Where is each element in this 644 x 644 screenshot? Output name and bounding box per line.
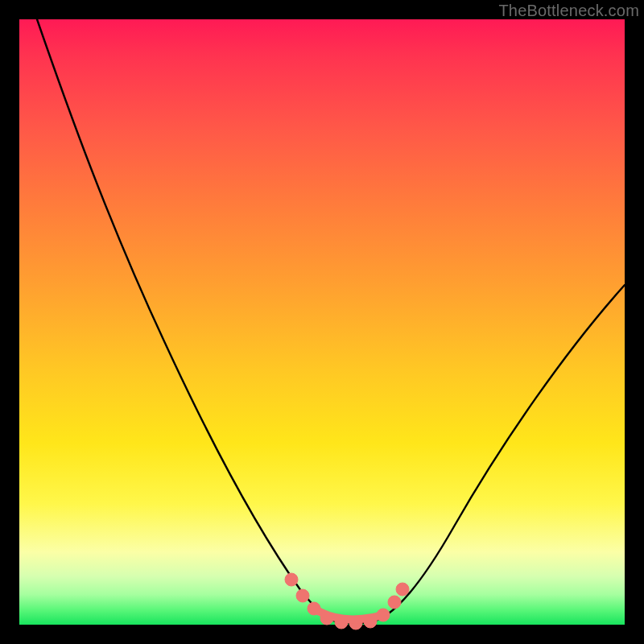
svg-point-9: [396, 583, 409, 596]
svg-point-0: [285, 573, 298, 586]
chart-svg: [19, 19, 625, 625]
svg-point-1: [296, 589, 309, 602]
svg-point-8: [388, 596, 401, 609]
highlight-dots: [285, 573, 409, 630]
bottleneck-curve: [37, 19, 625, 624]
watermark-text: TheBottleneck.com: [498, 2, 639, 20]
chart-frame: TheBottleneck.com: [0, 0, 644, 644]
